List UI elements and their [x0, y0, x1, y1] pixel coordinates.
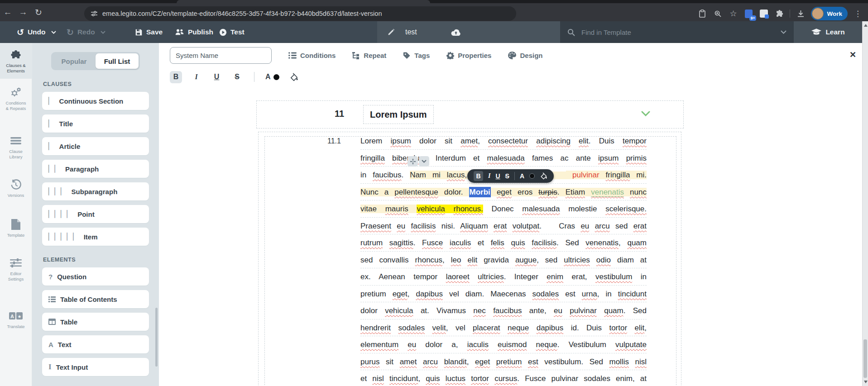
- template-tab[interactable]: test: [377, 21, 560, 43]
- doc-line[interactable]: purus sit amet arcu blandit, eget pretiu…: [360, 353, 647, 371]
- element-item-text[interactable]: AText: [42, 335, 149, 353]
- search-chevron-icon[interactable]: [781, 30, 786, 34]
- doc-line[interactable]: et nisl tincidunt, quis luctus tortor cu…: [360, 370, 647, 386]
- panel-scrollbar[interactable]: [155, 308, 158, 367]
- conditions-button[interactable]: Conditions: [288, 52, 336, 59]
- highlight-bucket-button[interactable]: [289, 73, 298, 81]
- bookmark-star-icon[interactable]: ☆: [728, 9, 738, 19]
- doc-line[interactable]: Nunc a pellentesque dolor. Morbi eget er…: [360, 184, 647, 201]
- doc-line[interactable]: Lorem ipsum dolor sit amet, consectetur …: [360, 133, 647, 150]
- extensions-puzzle-icon[interactable]: [774, 9, 784, 19]
- address-bar[interactable]: emea.legito.com/CZ/en/template-editor/84…: [84, 6, 516, 21]
- floating-strikethrough-button[interactable]: S: [505, 173, 509, 179]
- sidebar-item-clauses-elements[interactable]: Clauses &Elements: [0, 43, 32, 79]
- bold-button[interactable]: B: [170, 71, 182, 83]
- clause-body-block[interactable]: 11.1 B I U S: [258, 132, 681, 386]
- element-item-table-of-contents[interactable]: Table of Contents: [42, 290, 149, 308]
- text-segment: dapibus: [416, 290, 443, 298]
- browser-menu-icon[interactable]: ⋮: [853, 9, 864, 19]
- text-segment: .: [539, 222, 547, 230]
- clause-item-subparagraph[interactable]: ▏▏▏Subparagraph: [42, 182, 149, 200]
- forward-icon[interactable]: →: [15, 7, 31, 17]
- clause-item-title[interactable]: ▏Title: [42, 114, 149, 133]
- save-button[interactable]: Save: [135, 21, 163, 43]
- clause-item-item[interactable]: ▏▏▏▏▏Item: [42, 228, 149, 246]
- tab-popular[interactable]: Popular: [53, 53, 96, 69]
- doc-line[interactable]: fringilla bibendum. Interdum et malesuad…: [360, 150, 647, 167]
- undo-button[interactable]: ↺ Undo: [17, 21, 56, 43]
- publish-button[interactable]: Publish: [175, 21, 213, 43]
- element-item-table[interactable]: Table: [42, 313, 149, 331]
- active-browser-tab[interactable]: [177, 0, 430, 3]
- clause-title[interactable]: Lorem Ipsum: [363, 105, 434, 124]
- floating-underline-button[interactable]: U: [495, 173, 500, 179]
- doc-line[interactable]: vitae mauris vehicula rhoncus. Donec mal…: [360, 200, 647, 218]
- find-in-template[interactable]: Find in Template: [560, 21, 794, 43]
- paragraph-text[interactable]: B I U S A Lorem ipsum dolor sit amet, co…: [360, 133, 647, 386]
- undo-chevron-icon[interactable]: [51, 31, 56, 34]
- system-name-input[interactable]: System Name: [170, 47, 272, 64]
- design-button[interactable]: Design: [508, 52, 542, 59]
- floating-italic-button[interactable]: I: [488, 173, 490, 179]
- element-item-text-input[interactable]: IText Input: [42, 358, 149, 376]
- handle-chevron-icon[interactable]: [419, 156, 429, 167]
- sidebar-item-versions[interactable]: Versions: [0, 179, 32, 198]
- doc-line[interactable]: rutrum sagittis. Fusce iaculis et felis …: [360, 234, 647, 252]
- properties-button[interactable]: Properties: [446, 52, 491, 59]
- clause-item-point[interactable]: ▏▏▏▏Point: [42, 205, 149, 223]
- save-icon: [135, 29, 143, 36]
- doc-line[interactable]: elementum eu dolor a, iaculis euismod ne…: [360, 336, 647, 353]
- floating-font-color-button[interactable]: A: [520, 173, 524, 179]
- floating-bucket-button[interactable]: [540, 172, 547, 180]
- move-icon[interactable]: [408, 156, 418, 167]
- sidebar-item-translate[interactable]: A★ Translate: [0, 310, 32, 329]
- scrollbar-thumb[interactable]: [863, 339, 867, 378]
- redo-button[interactable]: ↻ Redo: [67, 21, 106, 43]
- doc-line[interactable]: pretium eget, dapibus vel diam. Maecenas…: [360, 286, 647, 303]
- doc-line[interactable]: sed convallis rhoncus, leo elit gravida …: [360, 252, 647, 269]
- clause-item-paragraph[interactable]: ▏▏Paragraph: [42, 160, 149, 178]
- clause-item-article[interactable]: ▏Article: [42, 137, 149, 155]
- font-color-button[interactable]: A: [265, 73, 279, 81]
- floating-color-swatch[interactable]: [529, 173, 535, 179]
- text-segment: dolor: [360, 306, 385, 315]
- left-icon-rail: Clauses &Elements Conditions& Repeats Cl…: [0, 43, 32, 386]
- extension-pin-icon[interactable]: 9+: [743, 9, 753, 19]
- browser-profile-chip[interactable]: Work: [811, 7, 848, 20]
- scroll-down-arrow[interactable]: [864, 381, 868, 383]
- zoom-icon[interactable]: [713, 9, 723, 19]
- clause-heading-block[interactable]: 11 Lorem Ipsum: [256, 100, 684, 129]
- close-editor-button[interactable]: ✕: [849, 50, 856, 60]
- translate-extension-icon[interactable]: [759, 9, 769, 19]
- site-settings-icon[interactable]: [91, 10, 98, 17]
- sidebar-item-conditions-repeats[interactable]: Conditions& Repeats: [0, 86, 32, 112]
- strikethrough-button[interactable]: S: [231, 71, 243, 83]
- clipboard-icon[interactable]: [697, 9, 707, 19]
- redo-chevron-icon[interactable]: [101, 31, 106, 34]
- test-button[interactable]: Test: [219, 21, 245, 43]
- underline-button[interactable]: U: [211, 71, 223, 83]
- cloud-upload-icon[interactable]: [451, 29, 461, 36]
- doc-line[interactable]: ex. Aenean tempor laoreet ultricies. Int…: [360, 268, 647, 286]
- sidebar-item-editor-settings[interactable]: EditorSettings: [0, 257, 32, 282]
- tab-full-list[interactable]: Full List: [96, 53, 139, 69]
- download-icon[interactable]: [796, 9, 806, 19]
- scroll-up-arrow[interactable]: [864, 24, 868, 27]
- learn-button[interactable]: Learn: [794, 21, 863, 43]
- edit-pencil-icon[interactable]: [387, 28, 395, 36]
- doc-line[interactable]: hendrerit sodales velit, vel placerat ne…: [360, 319, 647, 337]
- repeat-button[interactable]: Repeat: [352, 52, 386, 59]
- doc-line[interactable]: dolor vehicula at. Vivamus nec faucibus …: [360, 302, 647, 319]
- back-icon[interactable]: ←: [0, 7, 15, 17]
- doc-line[interactable]: Praesent eu facilisis nisi. Aliquam erat…: [360, 218, 647, 235]
- floating-bold-button[interactable]: B: [474, 171, 483, 181]
- reload-icon[interactable]: ↻: [31, 7, 46, 18]
- element-item-question[interactable]: ?Question: [42, 267, 149, 286]
- clause-item-continuous-section[interactable]: ▏Continuous Section: [42, 92, 149, 110]
- tags-button[interactable]: Tags: [403, 52, 430, 59]
- sidebar-item-template[interactable]: Template: [0, 219, 32, 238]
- sidebar-item-clause-library[interactable]: ClauseLibrary: [0, 135, 32, 160]
- page-scrollbar[interactable]: [862, 21, 868, 386]
- collapse-chevron-icon[interactable]: [641, 111, 650, 116]
- italic-button[interactable]: I: [190, 71, 202, 83]
